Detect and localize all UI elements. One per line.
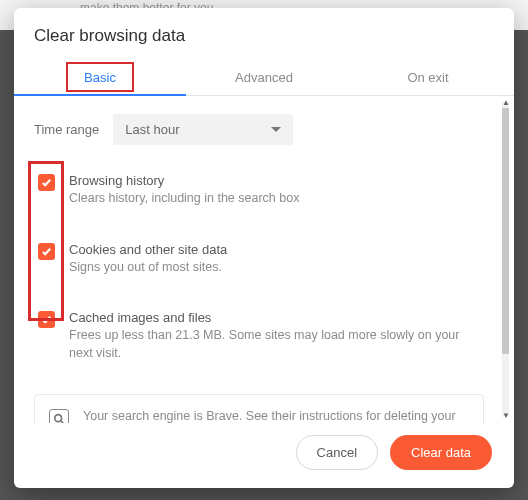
option-text: Cookies and other site data Signs you ou…: [69, 242, 484, 277]
check-icon: [41, 177, 52, 188]
caret-down-icon: [271, 127, 281, 132]
tab-on-exit[interactable]: On exit: [346, 58, 510, 95]
check-icon: [41, 314, 52, 325]
cancel-button-label: Cancel: [317, 445, 357, 460]
dialog-footer: Cancel Clear data: [14, 423, 514, 488]
time-range-select[interactable]: Last hour: [113, 114, 293, 145]
vertical-scrollbar[interactable]: ▲ ▼: [502, 102, 509, 417]
search-engine-icon: [49, 409, 69, 423]
option-title: Cookies and other site data: [69, 242, 484, 257]
search-engine-note: Your search engine is Brave. See their i…: [34, 394, 484, 423]
check-icon: [41, 246, 52, 257]
option-title: Cached images and files: [69, 310, 484, 325]
option-text: Browsing history Clears history, includi…: [69, 173, 484, 208]
time-range-value: Last hour: [125, 122, 179, 137]
option-desc: Clears history, including in the search …: [69, 190, 484, 208]
tab-basic[interactable]: Basic: [18, 58, 182, 95]
tab-basic-label: Basic: [84, 70, 116, 85]
svg-point-0: [55, 415, 62, 422]
tab-on-exit-label: On exit: [407, 70, 448, 85]
scrollbar-thumb[interactable]: [502, 108, 509, 354]
checkbox-cookies[interactable]: [38, 243, 55, 260]
clear-data-button-label: Clear data: [411, 445, 471, 460]
dialog-header: Clear browsing data: [14, 8, 514, 54]
time-range-label: Time range: [34, 122, 99, 137]
clear-browsing-data-dialog: Clear browsing data Basic Advanced On ex…: [14, 8, 514, 488]
option-cookies: Cookies and other site data Signs you ou…: [34, 236, 490, 283]
dialog-body: Time range Last hour Browsing history Cl…: [14, 96, 514, 423]
tab-advanced-label: Advanced: [235, 70, 293, 85]
option-cached: Cached images and files Frees up less th…: [34, 304, 490, 368]
scrollbar-down-icon: ▼: [502, 411, 509, 421]
clear-data-button[interactable]: Clear data: [390, 435, 492, 470]
option-desc: Signs you out of most sites.: [69, 259, 484, 277]
dialog-title: Clear browsing data: [34, 26, 494, 46]
scrollbar-up-icon: ▲: [502, 98, 509, 108]
option-text: Cached images and files Frees up less th…: [69, 310, 484, 362]
cancel-button[interactable]: Cancel: [296, 435, 378, 470]
option-browsing-history: Browsing history Clears history, includi…: [34, 167, 490, 214]
checkbox-cached[interactable]: [38, 311, 55, 328]
option-desc: Frees up less than 21.3 MB. Some sites m…: [69, 327, 484, 362]
dialog-scroll-area: Time range Last hour Browsing history Cl…: [14, 96, 498, 423]
time-range-row: Time range Last hour: [34, 114, 490, 145]
tab-advanced[interactable]: Advanced: [182, 58, 346, 95]
options-list: Browsing history Clears history, includi…: [34, 167, 490, 368]
dialog-tabs: Basic Advanced On exit: [14, 58, 514, 96]
search-engine-note-text: Your search engine is Brave. See their i…: [83, 407, 469, 423]
checkbox-browsing-history[interactable]: [38, 174, 55, 191]
option-title: Browsing history: [69, 173, 484, 188]
